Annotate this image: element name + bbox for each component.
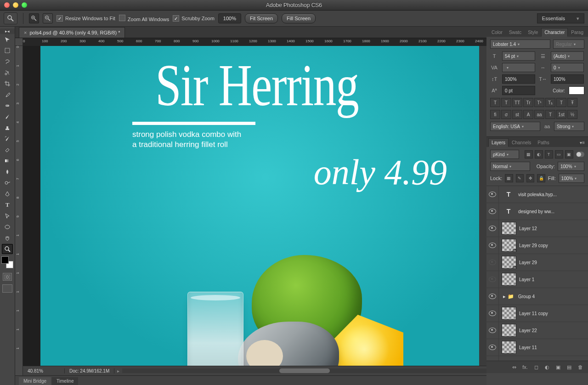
eyedropper-tool[interactable] <box>2 90 13 100</box>
lock-position-icon[interactable]: ✥ <box>526 174 534 182</box>
visibility-toggle[interactable] <box>486 237 499 254</box>
tab-paragraph[interactable]: Parag <box>568 28 587 37</box>
kerning-field[interactable] <box>502 63 535 72</box>
text-color-swatch[interactable] <box>569 86 584 95</box>
zoom-level[interactable]: 40.81% <box>23 368 65 374</box>
glyph-style-button[interactable]: T¹ <box>534 98 544 107</box>
canvas[interactable]: Sir Herring strong polish vodka combo wi… <box>23 46 479 366</box>
tab-color[interactable]: Color <box>488 28 506 37</box>
layer-row[interactable]: Layer 1 <box>486 271 588 288</box>
vscale-field[interactable]: 100% <box>502 74 535 84</box>
type-tool[interactable]: T <box>2 200 13 210</box>
pen-tool[interactable] <box>2 189 13 199</box>
workspace-switcher[interactable]: Essentials▾ <box>537 13 584 23</box>
glyph-style-button[interactable]: Tr <box>523 98 533 107</box>
marquee-tool[interactable] <box>2 45 13 56</box>
quick-mask-toggle[interactable] <box>3 273 12 281</box>
glyph-style-button[interactable]: T <box>501 98 511 107</box>
glyph-style-button[interactable]: T <box>490 98 500 107</box>
lock-pixels-icon[interactable]: ✎ <box>516 174 524 182</box>
gradient-tool[interactable] <box>2 156 13 166</box>
tab-layers[interactable]: Layers <box>488 138 509 147</box>
zoom-tool[interactable] <box>2 244 13 254</box>
tab-mini-bridge[interactable]: Mini Bridge <box>19 377 51 385</box>
filter-smart-icon[interactable]: ▣ <box>565 150 573 159</box>
blur-tool[interactable] <box>2 167 13 177</box>
current-tool-preset[interactable] <box>4 12 17 24</box>
glyph-style-button[interactable]: T <box>556 98 566 107</box>
filter-toggle[interactable] <box>576 152 584 157</box>
opentype-button[interactable]: st <box>512 110 522 119</box>
ruler-vertical[interactable]: 01234567891111111 <box>15 46 23 375</box>
brush-tool[interactable] <box>2 112 13 122</box>
move-tool[interactable] <box>2 34 13 45</box>
visibility-toggle[interactable] <box>486 220 499 237</box>
quick-select-tool[interactable] <box>2 68 13 78</box>
zoom-out-button[interactable] <box>43 13 53 23</box>
visibility-toggle[interactable] <box>486 339 499 356</box>
visibility-toggle[interactable] <box>486 271 499 288</box>
layer-filter-kind[interactable]: ρ Kind <box>490 150 519 159</box>
layer-row[interactable]: Layer 11 <box>486 339 588 356</box>
layer-row[interactable]: Layer 29 <box>486 254 588 271</box>
tracking-field[interactable]: 0 <box>551 63 584 72</box>
opentype-button[interactable]: A <box>523 110 533 119</box>
layer-row[interactable]: Tvisit polewka.hyp... <box>486 186 588 203</box>
layer-row[interactable]: ▸ 📁Group 4 <box>486 288 588 305</box>
close-icon[interactable]: × <box>24 30 27 35</box>
opentype-button[interactable]: aa <box>534 110 544 119</box>
opentype-button[interactable]: fi <box>490 110 500 119</box>
visibility-toggle[interactable] <box>486 254 499 271</box>
tab-paths[interactable]: Paths <box>534 138 553 147</box>
visibility-toggle[interactable] <box>486 186 499 203</box>
zoom-100-button[interactable]: 100% <box>218 13 241 23</box>
filter-adjust-icon[interactable]: ◐ <box>535 150 543 159</box>
glyph-style-button[interactable]: T₁ <box>545 98 555 107</box>
font-size-field[interactable]: 54 pt <box>502 51 535 61</box>
scrubby-zoom-checkbox[interactable]: Scrubby Zoom <box>173 15 215 22</box>
new-group-icon[interactable]: ▣ <box>554 363 562 371</box>
layer-mask-icon[interactable]: ◻ <box>532 363 540 371</box>
screen-mode-toggle[interactable] <box>2 284 12 293</box>
fill-field[interactable]: 100% <box>559 174 584 183</box>
visibility-toggle[interactable] <box>486 322 499 339</box>
glyph-style-button[interactable]: Ŧ <box>567 98 577 107</box>
layer-row[interactable]: Layer 12 <box>486 220 588 237</box>
filter-shape-icon[interactable]: ▭ <box>555 150 563 159</box>
tab-channels[interactable]: Channels <box>509 138 534 147</box>
panel-menu-icon[interactable]: ▾≡ <box>577 138 588 147</box>
healing-tool[interactable] <box>2 101 13 111</box>
opentype-button[interactable]: T <box>545 110 555 119</box>
lock-trans-icon[interactable]: ▦ <box>505 174 513 182</box>
adjustment-layer-icon[interactable]: ◐ <box>543 363 551 371</box>
doc-size[interactable]: Doc: 24.9M/162.1M <box>65 368 114 374</box>
lock-all-icon[interactable]: 🔒 <box>537 174 545 182</box>
visibility-toggle[interactable] <box>486 288 499 305</box>
path-select-tool[interactable] <box>2 211 13 221</box>
eraser-tool[interactable] <box>2 145 13 155</box>
filter-type-icon[interactable]: T <box>545 150 553 159</box>
lasso-tool[interactable] <box>2 57 13 67</box>
visibility-toggle[interactable] <box>486 203 499 220</box>
toolbox-expand[interactable]: ▸◂ <box>0 28 15 34</box>
ruler-origin[interactable] <box>15 38 23 46</box>
glyph-style-button[interactable]: TT <box>512 98 522 107</box>
crop-tool[interactable] <box>2 79 13 89</box>
opentype-button[interactable]: σ <box>501 110 511 119</box>
vertical-scrollbar[interactable] <box>479 46 486 366</box>
shape-tool[interactable] <box>2 222 13 232</box>
hand-tool[interactable] <box>2 233 13 243</box>
fill-screen-button[interactable]: Fill Screen <box>282 13 316 23</box>
link-layers-icon[interactable]: ⇔ <box>510 363 518 371</box>
tab-styles[interactable]: Style <box>525 28 541 37</box>
layer-row[interactable]: Layer 11 copy <box>486 305 588 322</box>
dodge-tool[interactable] <box>2 178 13 188</box>
doc-info-menu[interactable]: ▸ <box>114 368 122 374</box>
zoom-in-button[interactable] <box>29 13 39 23</box>
document-tab[interactable]: × pols4.psd @ 40.8% (only 4.99, RGB/8) * <box>19 27 125 38</box>
color-picker-fg-bg[interactable] <box>1 256 13 268</box>
visibility-toggle[interactable] <box>486 305 499 322</box>
opentype-button[interactable]: ½ <box>567 110 577 119</box>
layer-row[interactable]: Layer 29 copy <box>486 237 588 254</box>
layer-fx-icon[interactable]: fx. <box>521 363 529 371</box>
